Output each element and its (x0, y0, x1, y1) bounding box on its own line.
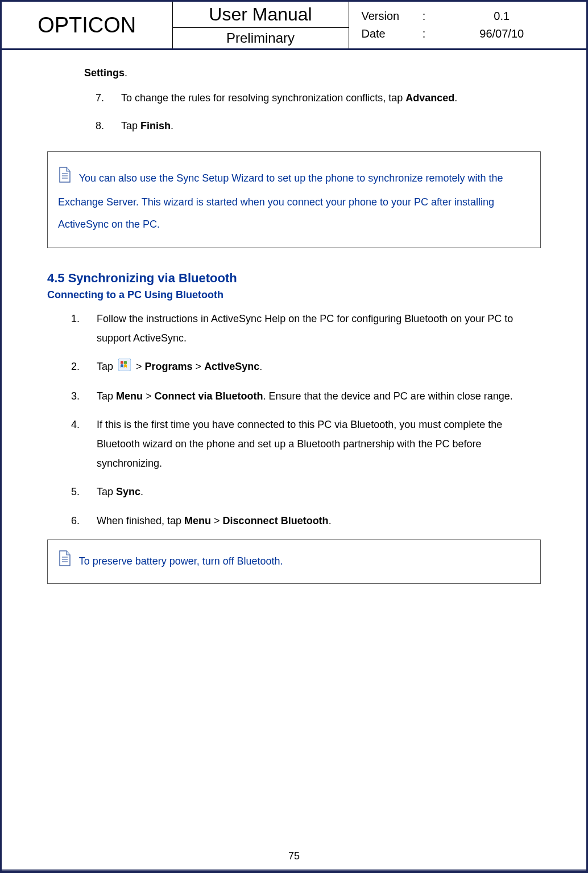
note-icon (58, 167, 72, 191)
note-icon (58, 550, 72, 573)
list-num: 3. (71, 386, 97, 406)
bold-text: Finish (140, 120, 171, 131)
note-box-1: You can also use the Sync Setup Wizard t… (47, 151, 541, 248)
text: > (136, 361, 145, 372)
date-value: 96/07/10 (430, 27, 574, 40)
list-num: 6. (71, 511, 97, 530)
section-list: 1. Follow the instructions in ActiveSync… (71, 309, 541, 530)
note-text: To preserve battery power, turn off Blue… (79, 555, 283, 567)
date-label: Date (362, 27, 419, 40)
note-text: You can also use the Sync Setup Wizard t… (58, 172, 503, 230)
list-item: 4. If this is the first time you have co… (71, 415, 541, 473)
list-item: 7. To change the rules for resolving syn… (96, 89, 541, 107)
text: > (143, 390, 155, 402)
page-content: Settings. 7. To change the rules for res… (2, 50, 586, 595)
text: . Ensure that the device and PC are with… (263, 390, 513, 402)
settings-period: . (125, 67, 127, 79)
brand-text: OPTICON (38, 13, 136, 37)
bold-text: Disconnect Bluetooth (223, 515, 329, 526)
list-item: 3. Tap Menu > Connect via Bluetooth. Ens… (71, 386, 541, 406)
list-num: 5. (71, 482, 97, 501)
text: > (193, 361, 205, 372)
list-num: 8. (96, 117, 121, 135)
list-num: 2. (71, 357, 97, 377)
list-item: 2. Tap > Programs > ActiveSync. (71, 357, 541, 377)
list-body: Tap Menu > Connect via Bluetooth. Ensure… (97, 386, 541, 406)
list-body: To change the rules for resolving synchr… (121, 89, 541, 107)
list-item: 6. When finished, tap Menu > Disconnect … (71, 511, 541, 530)
brand-cell: OPTICON (2, 2, 172, 50)
doc-subtitle: Preliminary (173, 28, 349, 48)
bold-text: Menu (116, 390, 143, 402)
text: . (329, 515, 332, 526)
bold-text: ActiveSync (204, 361, 259, 372)
sub-heading: Connecting to a PC Using Bluetooth (47, 289, 541, 301)
text: . (171, 120, 173, 131)
text: . (259, 361, 262, 372)
text: Tap (97, 361, 116, 372)
list-item: 8. Tap Finish. (96, 117, 541, 135)
list-body: Tap > Programs > ActiveSync. (97, 357, 541, 377)
section-heading: 4.5 Synchronizing via Bluetooth (47, 271, 541, 286)
bold-text: Menu (184, 515, 211, 526)
date-colon: : (419, 27, 430, 40)
list-body: If this is the first time you have conne… (97, 415, 541, 473)
text: > (211, 515, 223, 526)
text: . (140, 486, 143, 497)
version-colon: : (419, 10, 430, 23)
bold-text: Connect via Bluetooth (155, 390, 263, 402)
intro-block: Settings. 7. To change the rules for res… (84, 67, 541, 134)
list-num: 1. (71, 309, 97, 348)
bold-text: Programs (145, 361, 193, 372)
text: . (454, 92, 457, 104)
text: Tap (97, 486, 116, 497)
list-body: Tap Sync. (97, 482, 541, 501)
list-body: Tap Finish. (121, 117, 541, 135)
list-item: 1. Follow the instructions in ActiveSync… (71, 309, 541, 348)
list-num: 4. (71, 415, 97, 473)
text: When finished, tap (97, 515, 184, 526)
text: Tap (121, 120, 140, 131)
list-body: When finished, tap Menu > Disconnect Blu… (97, 511, 541, 530)
title-cell: User Manual Preliminary (172, 2, 349, 50)
meta-version-row: Version : 0.1 Date : 96/07/10 (349, 2, 586, 50)
version-label: Version (362, 10, 419, 23)
list-num: 7. (96, 89, 121, 107)
bold-text: Advanced (405, 92, 454, 104)
bottom-border-shadow (2, 869, 586, 871)
version-value: 0.1 (430, 10, 574, 23)
list-item: 5. Tap Sync. (71, 482, 541, 501)
note-box-2: To preserve battery power, turn off Blue… (47, 540, 541, 584)
header-table: OPTICON User Manual Preliminary Version … (2, 2, 586, 50)
doc-title: User Manual (173, 2, 349, 28)
settings-bold: Settings (84, 67, 125, 79)
list-body: Follow the instructions in ActiveSync He… (97, 309, 541, 348)
settings-line: Settings. (84, 67, 541, 79)
page-number: 75 (2, 850, 586, 862)
bold-text: Sync (116, 486, 140, 497)
windows-start-icon (118, 358, 131, 377)
text: Tap (97, 390, 116, 402)
text: To change the rules for resolving synchr… (121, 92, 405, 104)
